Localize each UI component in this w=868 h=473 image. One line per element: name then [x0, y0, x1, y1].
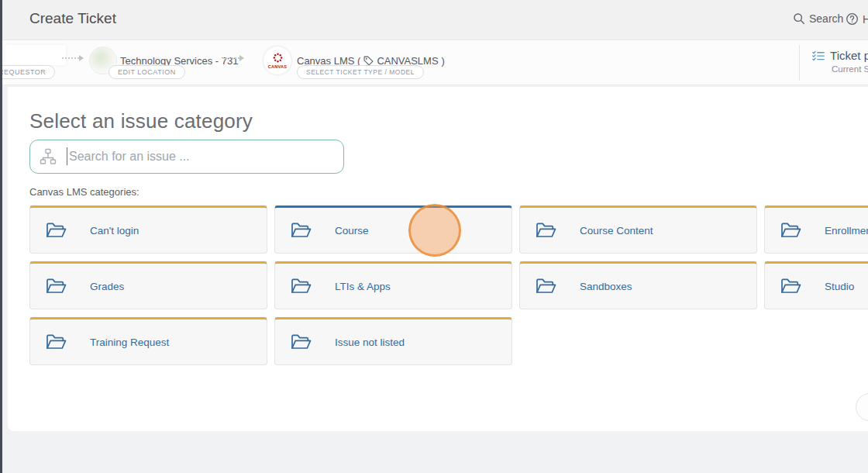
top-header: Create Ticket Search Help: [0, 0, 868, 40]
progress-panel-title: Ticket pr: [830, 49, 868, 62]
page-title: Create Ticket: [29, 10, 116, 27]
categories-label: Canvas LMS categories:: [29, 186, 140, 198]
canvas-lms-logo: CANVAS: [263, 46, 292, 75]
folder-icon: [780, 222, 801, 239]
folder-icon: [536, 222, 556, 239]
folder-icon: [536, 278, 556, 295]
header-help-label: Help: [863, 13, 868, 26]
category-label: Grades: [90, 281, 124, 292]
category-label: Course Content: [580, 225, 653, 236]
progress-panel-subtitle: Current Ste: [832, 64, 868, 74]
help-icon: [846, 12, 859, 26]
category-card[interactable]: Course Content: [519, 205, 757, 254]
header-search-button[interactable]: Search: [793, 12, 843, 25]
canvas-logo-ring-icon: [272, 52, 284, 64]
category-label: Training Request: [90, 337, 169, 348]
text-caret: [67, 147, 67, 165]
edit-location-button[interactable]: EDIT LOCATION: [108, 65, 185, 79]
folder-icon: [46, 333, 67, 350]
step-arrow-icon: [62, 55, 84, 61]
category-label: LTIs & Apps: [335, 281, 391, 292]
search-icon: [793, 12, 805, 25]
category-card[interactable]: Training Request: [29, 317, 267, 365]
folder-icon: [291, 333, 312, 350]
category-label: Sandboxes: [580, 281, 632, 292]
category-card[interactable]: LTIs & Apps: [274, 261, 512, 309]
category-card[interactable]: Enrollments: [764, 205, 868, 254]
requestor-step-badge: REQUESTOR: [0, 65, 55, 79]
folder-icon: [46, 278, 67, 295]
issue-search-input[interactable]: [29, 140, 344, 174]
folder-icon: [780, 278, 801, 295]
folder-icon: [46, 222, 67, 239]
category-card[interactable]: Course: [274, 205, 512, 254]
stepper-divider: [799, 45, 800, 81]
category-label: Course: [335, 225, 369, 236]
category-label: Issue not listed: [335, 337, 405, 348]
category-card[interactable]: Can't login: [29, 205, 267, 254]
select-ticket-type-button[interactable]: SELECT TICKET TYPE / MODEL: [297, 65, 424, 79]
header-help-button[interactable]: Help: [846, 12, 868, 26]
category-card[interactable]: Issue not listed: [274, 317, 512, 365]
requestor-name-redacted: [5, 45, 66, 65]
window-edge: [0, 0, 2, 473]
checklist-icon: [812, 50, 825, 62]
category-card[interactable]: Studio: [764, 261, 868, 309]
category-label: Studio: [825, 281, 854, 292]
issue-search-box: [29, 140, 344, 174]
category-card[interactable]: Grades: [29, 261, 267, 309]
header-search-label: Search: [809, 12, 843, 25]
category-grid: Can't login Course Course Content Enroll…: [29, 205, 868, 365]
folder-icon: [291, 222, 312, 239]
canvas-logo-text: CANVAS: [268, 64, 288, 69]
category-label: Can't login: [90, 225, 139, 236]
section-heading: Select an issue category: [29, 109, 253, 133]
sitemap-icon: [40, 148, 57, 165]
step-arrow-icon: [222, 55, 244, 61]
issue-category-panel: Select an issue category Canvas LMS cate…: [8, 87, 868, 431]
ticket-stepper-bar: REQUESTOR Technology Services - 731 EDIT…: [0, 40, 868, 85]
category-label: Enrollments: [825, 225, 868, 236]
folder-icon: [291, 278, 312, 295]
category-card[interactable]: Sandboxes: [519, 261, 757, 309]
ticket-progress-panel[interactable]: Ticket pr Current Ste: [812, 49, 868, 74]
